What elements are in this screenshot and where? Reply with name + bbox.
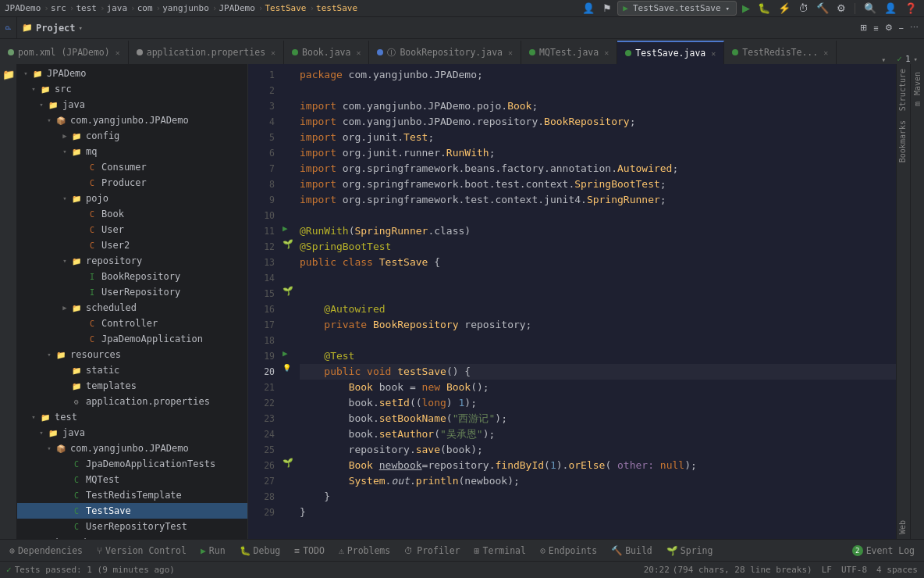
tab-close-testredis[interactable]: ✕	[823, 48, 828, 57]
breadcrumb-java[interactable]: java	[107, 3, 128, 13]
tree-item-mqtest[interactable]: C MQTest	[17, 472, 247, 487]
bookmarks-panel-label[interactable]: Bookmarks	[897, 116, 910, 167]
tree-item-jpademoapplication[interactable]: C JpaDemoApplication	[17, 331, 247, 347]
gutter-icon-runwith[interactable]: ▶	[283, 223, 288, 234]
tab-pom-xml[interactable]: pom.xml (JPADemo) ✕	[0, 41, 129, 64]
bottom-tab-eventlog[interactable]: 2 Event Log	[846, 541, 921, 560]
tree-item-producer[interactable]: C Producer	[17, 175, 247, 191]
code-lines[interactable]: package com.yangjunbo.JPADemo; import co…	[293, 64, 896, 539]
layout-icon-btn[interactable]: ⊞	[858, 21, 869, 34]
build-btn[interactable]: 🔨	[814, 1, 831, 16]
tab-close-testsave[interactable]: ✕	[711, 49, 716, 58]
tree-item-userrepository[interactable]: I UserRepository	[17, 284, 247, 300]
bottom-tab-spring[interactable]: 🌱 Spring	[660, 541, 720, 560]
tab-close-mqtest[interactable]: ✕	[604, 48, 609, 57]
run-config-dropdown[interactable]: ▶ TestSave.testSave ▾	[617, 1, 737, 16]
tree-item-jpademo[interactable]: ▾ 📁 JPADemo	[17, 66, 247, 81]
breadcrumb-com[interactable]: com	[137, 3, 153, 13]
tree-item-consumer[interactable]: C Consumer	[17, 159, 247, 175]
tree-item-app-props[interactable]: ⚙ application.properties	[17, 394, 247, 409]
tree-item-user2[interactable]: C User2	[17, 237, 247, 253]
profiler-btn[interactable]: ⏱	[796, 1, 811, 16]
tree-item-controller[interactable]: C Controller	[17, 316, 247, 331]
project-arrow[interactable]: ▾	[79, 24, 83, 32]
breadcrumb-src[interactable]: src	[51, 3, 66, 13]
options-icon-btn[interactable]: ≡	[871, 22, 880, 34]
settings-icon-btn[interactable]: ⚙	[883, 21, 895, 34]
tree-item-repository[interactable]: ▾ 📁 repository	[17, 253, 247, 269]
bottom-tab-version-control[interactable]: ⑂ Version Control	[91, 541, 193, 560]
tree-item-test[interactable]: ▾ 📁 test	[17, 409, 247, 425]
tree-item-book[interactable]: C Book	[17, 206, 247, 222]
tree-item-static[interactable]: 📁 static	[17, 362, 247, 378]
line-ending[interactable]: LF	[822, 565, 832, 575]
breadcrumb-testsave-class[interactable]: TestSave	[265, 3, 306, 13]
breadcrumb-test[interactable]: test	[76, 3, 97, 13]
gutter-icon-line25[interactable]: 🌱	[283, 458, 293, 468]
run-btn[interactable]: ▶	[740, 1, 752, 16]
help-btn[interactable]: ❓	[902, 1, 919, 16]
gutter-icon-autowired[interactable]: 🌱	[283, 286, 293, 296]
bottom-tab-debug[interactable]: 🐛 Debug	[233, 541, 287, 560]
tree-item-test-java[interactable]: ▾ 📁 java	[17, 425, 247, 441]
bottom-tab-dependencies[interactable]: ⊕ Dependencies	[3, 541, 89, 560]
bottom-tab-build[interactable]: 🔨 Build	[605, 541, 659, 560]
tab-mqtest-java[interactable]: MQTest.java ✕	[521, 41, 617, 64]
debug-btn[interactable]: 🐛	[755, 1, 773, 16]
gutter-icon-test[interactable]: ▶	[283, 348, 288, 359]
tab-application-props[interactable]: application.properties ✕	[129, 41, 284, 64]
tab-close-pom[interactable]: ✕	[116, 48, 120, 57]
tree-item-resources[interactable]: ▾ 📁 resources	[17, 347, 247, 362]
tree-item-bookrepository[interactable]: I BookRepository	[17, 269, 247, 284]
test-status[interactable]: ✓ Tests passed: 1 (9 minutes ago)	[6, 565, 175, 575]
tree-item-jpademoapptests[interactable]: C JpaDemoApplicationTests	[17, 456, 247, 472]
tab-close-book[interactable]: ✕	[356, 48, 361, 57]
coverage-btn[interactable]: ⚡	[776, 1, 793, 16]
settings-btn[interactable]: ⚙	[834, 1, 848, 16]
indent[interactable]: 4 spaces	[876, 565, 918, 575]
tree-item-userrepositorytest[interactable]: C UserRepositoryTest	[17, 519, 247, 534]
bottom-tab-profiler[interactable]: ⏱ Profiler	[398, 541, 466, 560]
gutter-icon-springboot[interactable]: 🌱	[283, 239, 293, 249]
structure-panel-label[interactable]: Structure	[897, 64, 910, 116]
tree-item-mq[interactable]: ▾ 📁 mq	[17, 144, 247, 159]
profile-icon-btn[interactable]: 👤	[580, 1, 597, 16]
breadcrumb-testsave-method[interactable]: testSave	[316, 3, 357, 13]
run-count-arrow[interactable]: ▾	[914, 55, 918, 63]
bottom-tab-endpoints[interactable]: ⊙ Endpoints	[534, 541, 603, 560]
code-area[interactable]: 1 2 3 4 5 6 7 8 9 10 11 12 13 14 15 16 1…	[248, 64, 896, 539]
tree-item-templates[interactable]: 📁 templates	[17, 378, 247, 394]
breadcrumb-jpademo[interactable]: JPADemo	[5, 3, 41, 13]
maven-panel-label[interactable]: Maven	[912, 67, 923, 100]
bottom-tab-problems[interactable]: ⚠ Problems	[332, 541, 396, 560]
tab-close-bookrepository[interactable]: ✕	[508, 48, 513, 57]
tree-item-scheduled[interactable]: ▶ 📁 scheduled	[17, 300, 247, 316]
cursor-position[interactable]: 20:22 (794 chars, 28 line breaks)	[644, 565, 812, 575]
tree-item-user[interactable]: C User	[17, 222, 247, 237]
gutter-icon-bulb[interactable]: 💡	[283, 364, 291, 372]
tree-item-src[interactable]: ▾ 📁 src	[17, 81, 247, 97]
bookmark-icon-btn[interactable]: ⚑	[600, 1, 614, 16]
tree-item-testredistemplate[interactable]: C TestRedisTemplate	[17, 487, 247, 503]
side-icon-project[interactable]: P	[0, 17, 17, 38]
search-btn[interactable]: 🔍	[862, 1, 879, 16]
tabs-more-btn[interactable]: ▾	[876, 55, 890, 64]
breadcrumb-jpademo2[interactable]: JPADemo	[219, 3, 254, 13]
tree-body[interactable]: ▾ 📁 JPADemo ▾ 📁 src ▾ 📁 java ▾ 📦 com.yan…	[17, 64, 247, 539]
web-panel-label[interactable]: Web	[897, 516, 910, 539]
more-icon-btn[interactable]: ⋯	[908, 21, 921, 34]
tab-testsave-java[interactable]: TestSave.java ✕	[617, 41, 724, 64]
breadcrumb-yangjunbo[interactable]: yangjunbo	[162, 3, 209, 13]
tree-item-testsave[interactable]: C TestSave	[17, 503, 247, 519]
encoding[interactable]: UTF-8	[841, 565, 867, 575]
tree-item-main-java[interactable]: ▾ 📁 java	[17, 97, 247, 112]
tree-item-pojo[interactable]: ▾ 📁 pojo	[17, 191, 247, 206]
bottom-tab-run[interactable]: ▶ Run	[194, 541, 232, 560]
tree-item-config[interactable]: ▶ 📁 config	[17, 128, 247, 144]
minus-icon-btn[interactable]: −	[897, 22, 906, 34]
person-btn[interactable]: 👤	[882, 1, 899, 16]
bottom-tab-todo[interactable]: ≡ TODO	[288, 541, 331, 560]
tab-testredistemplate-java[interactable]: TestRedisTe... ✕	[724, 41, 837, 64]
tree-item-package-main[interactable]: ▾ 📦 com.yangjunbo.JPADemo	[17, 112, 247, 128]
side-icon-project-btn[interactable]: 📁	[2, 67, 16, 81]
